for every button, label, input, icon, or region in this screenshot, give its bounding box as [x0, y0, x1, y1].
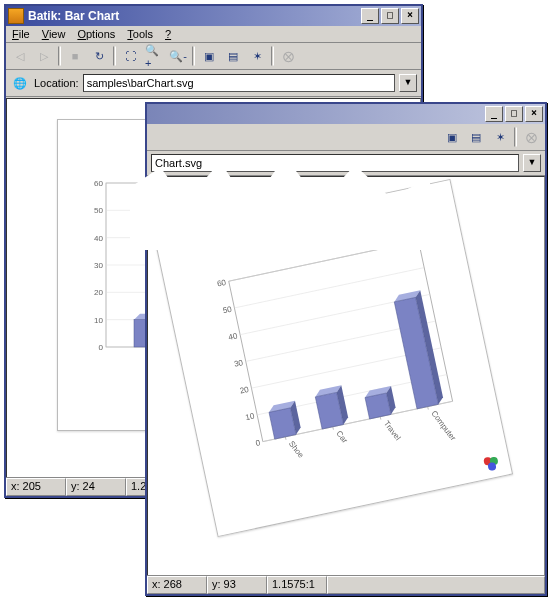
svg-text:40: 40	[228, 331, 239, 342]
svg-text:10: 10	[245, 411, 256, 422]
minimize-button[interactable]: _	[361, 8, 379, 24]
zoom-in-icon[interactable]: 🔍+	[144, 46, 164, 66]
svg-line-54	[380, 417, 381, 420]
svg-text:Shoe: Shoe	[287, 439, 306, 460]
location-bar: 🌐 Location: samples\barChart.svg ▼	[6, 70, 421, 97]
status-zoom: 1.1575:1	[267, 576, 327, 594]
location-field[interactable]: samples\barChart.svg	[83, 74, 395, 92]
toolbar: ◁ ▷ ■ ↻ ⛶ 🔍+ 🔍- ▣ ▤ ✶ ⨂	[6, 43, 421, 70]
bar-chart-full: 0102030405060ShoeCarTravelComputer	[200, 231, 467, 474]
menu-help[interactable]: ?	[165, 28, 171, 40]
canvas-area-front[interactable]: 0102030405060ShoeCarTravelComputer	[147, 176, 545, 576]
location-bar-front: Chart.svg ▼	[147, 151, 545, 176]
titlebar[interactable]: _ □ ×	[147, 104, 545, 124]
location-dropdown[interactable]: ▼	[523, 154, 541, 172]
batik-logo-icon	[482, 454, 501, 473]
app-icon	[8, 8, 24, 24]
reload-icon[interactable]: ↻	[89, 46, 109, 66]
svg-text:10: 10	[94, 316, 103, 325]
svg-text:50: 50	[94, 206, 103, 215]
menu-tools[interactable]: Tools	[127, 28, 153, 40]
zoom-out-icon[interactable]: 🔍-	[168, 46, 188, 66]
close-icon[interactable]: ⨂	[521, 127, 541, 147]
separator	[192, 46, 195, 66]
menu-file[interactable]: File	[12, 28, 30, 40]
close-button[interactable]: ×	[525, 106, 543, 122]
svg-line-59	[428, 407, 429, 410]
menu-options[interactable]: Options	[77, 28, 115, 40]
gear-icon[interactable]: ✶	[490, 127, 510, 147]
maximize-button[interactable]: □	[381, 8, 399, 24]
status-spacer	[327, 576, 545, 594]
tool-icon[interactable]: ▤	[223, 46, 243, 66]
chart-paper-rotated: 0102030405060ShoeCarTravelComputer	[155, 179, 513, 537]
status-x: x: 205	[6, 478, 66, 496]
location-field[interactable]: Chart.svg	[151, 154, 519, 172]
tool-icon[interactable]: ▣	[442, 127, 462, 147]
svg-text:40: 40	[94, 234, 103, 243]
svg-text:0: 0	[255, 438, 262, 448]
svg-text:30: 30	[233, 358, 244, 369]
svg-line-44	[285, 437, 286, 440]
svg-text:0: 0	[99, 343, 104, 352]
svg-text:Computer: Computer	[429, 409, 458, 443]
tool-icon[interactable]: ▤	[466, 127, 486, 147]
svg-text:60: 60	[216, 278, 227, 289]
status-y: y: 24	[66, 478, 126, 496]
svg-text:20: 20	[239, 385, 250, 396]
svg-line-38	[229, 241, 419, 281]
separator	[58, 46, 61, 66]
back-icon[interactable]: ◁	[10, 46, 30, 66]
separator	[113, 46, 116, 66]
location-dropdown[interactable]: ▼	[399, 74, 417, 92]
stop-icon[interactable]: ■	[65, 46, 85, 66]
svg-text:50: 50	[222, 305, 233, 316]
separator	[514, 127, 517, 147]
statusbar-front: x: 268 y: 93 1.1575:1	[147, 575, 545, 594]
close-icon[interactable]: ⨂	[278, 46, 298, 66]
svg-line-49	[333, 427, 334, 430]
globe-icon: 🌐	[10, 73, 30, 93]
menubar: File View Options Tools ?	[6, 26, 421, 43]
svg-text:20: 20	[94, 288, 103, 297]
tool-icon[interactable]: ▣	[199, 46, 219, 66]
gear-icon[interactable]: ✶	[247, 46, 267, 66]
minimize-button[interactable]: _	[485, 106, 503, 122]
window-title: Batik: Bar Chart	[28, 9, 119, 23]
close-button[interactable]: ×	[401, 8, 419, 24]
svg-text:Travel: Travel	[382, 419, 403, 442]
menu-view[interactable]: View	[42, 28, 66, 40]
svg-rect-52	[365, 393, 391, 419]
titlebar[interactable]: Batik: Bar Chart _ □ ×	[6, 6, 421, 26]
fit-icon[interactable]: ⛶	[120, 46, 140, 66]
svg-text:60: 60	[94, 179, 103, 188]
status-x: x: 268	[147, 576, 207, 594]
status-y: y: 93	[207, 576, 267, 594]
window-front: _ □ × ▣ ▤ ✶ ⨂ Chart.svg ▼ 0102030405060S…	[145, 102, 547, 596]
svg-text:Car: Car	[334, 429, 349, 445]
maximize-button[interactable]: □	[505, 106, 523, 122]
toolbar-front: ▣ ▤ ✶ ⨂	[147, 124, 545, 151]
forward-icon[interactable]: ▷	[34, 46, 54, 66]
location-label: Location:	[34, 77, 79, 89]
separator	[271, 46, 274, 66]
svg-text:30: 30	[94, 261, 103, 270]
